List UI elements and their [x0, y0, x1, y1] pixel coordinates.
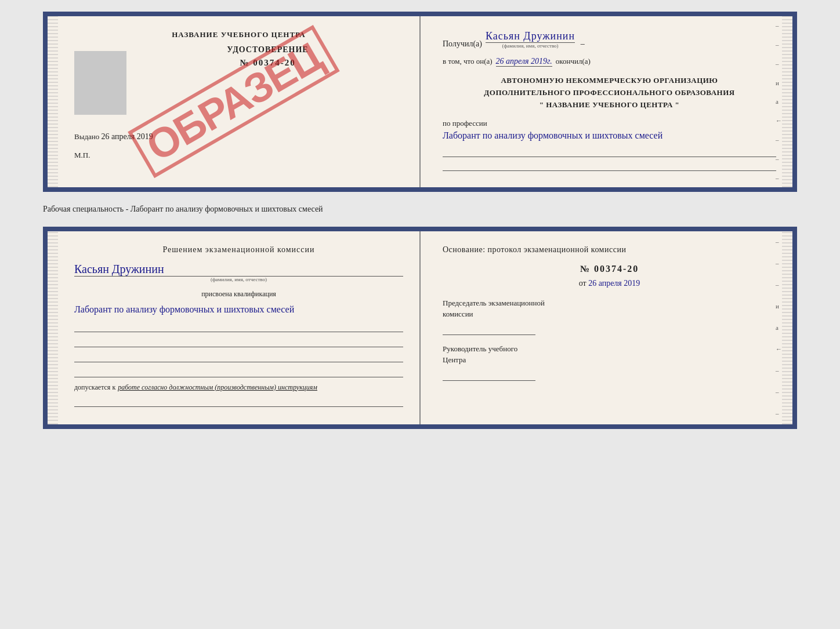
bottom-name-container: Касьян Дружинин (фамилия, имя, отчество) [74, 263, 403, 282]
допускается-prefix: допускается к [74, 383, 115, 392]
underline1 [443, 146, 776, 157]
top-left-title: НАЗВАНИЕ УЧЕБНОГО ЦЕНТРА [64, 30, 403, 39]
cert-label: УДОСТОВЕРЕНИЕ [132, 45, 403, 54]
received-dash: – [578, 39, 585, 49]
received-sublabel: (фамилия, имя, отчество) [486, 42, 575, 49]
top-left-panel: НАЗВАНИЕ УЧЕБНОГО ЦЕНТРА УДОСТОВЕРЕНИЕ №… [48, 16, 421, 187]
cert-issued: Выдано 26 апреля 2019 [64, 132, 403, 141]
bottom-name-handwritten: Касьян Дружинин [74, 263, 164, 275]
vtom-prefix: в том, что он(а) [443, 57, 493, 66]
vtom-date: 26 апреля 2019г. [496, 57, 552, 67]
руководитель-line2: Центра [443, 354, 776, 366]
vtom-suffix: окончил(а) [556, 57, 591, 66]
bottom-name-sublabel: (фамилия, имя, отчество) [74, 276, 403, 282]
underline2 [443, 159, 776, 171]
certificate-block: УДОСТОВЕРЕНИЕ № 00374-20 [64, 45, 403, 115]
руководитель-line1: Руководитель учебного [443, 343, 776, 355]
top-right-panel: Получил(а) Касьян Дружинин (фамилия, имя… [421, 16, 792, 187]
org-line3: " НАЗВАНИЕ УЧЕБНОГО ЦЕНТРА " [443, 99, 776, 111]
chairman-signature-line [443, 322, 535, 335]
qualification-label-container: присвоена квалификация [74, 288, 403, 299]
cert-text: УДОСТОВЕРЕНИЕ № 00374-20 [132, 45, 403, 115]
protocol-date: от 26 апреля 2019 [443, 279, 776, 288]
chairman-line1: Председатель экзаменационной [443, 297, 776, 309]
bottom-left-content: Решением экзаменационной комиссии Касьян… [64, 245, 403, 407]
resolution-title: Решением экзаменационной комиссии [74, 245, 403, 254]
bottom-right-panel: Основание: протокол экзаменационной коми… [421, 231, 792, 424]
org-block: АВТОНОМНУЮ НЕКОММЕРЧЕСКУЮ ОРГАНИЗАЦИЮ ДО… [443, 75, 776, 111]
top-right-content: Получил(а) Касьян Дружинин (фамилия, имя… [437, 30, 776, 171]
bottom-document: Решением экзаменационной комиссии Касьян… [43, 227, 797, 429]
received-name: Касьян Дружинин [486, 30, 575, 42]
допускается-text: работе согласно должностным (производств… [118, 383, 317, 392]
received-line: Получил(а) Касьян Дружинин (фамилия, имя… [443, 30, 776, 49]
issued-prefix: Выдано [74, 132, 99, 141]
org-line1: АВТОНОМНУЮ НЕКОММЕРЧЕСКУЮ ОРГАНИЗАЦИЮ [443, 75, 776, 87]
bottom-side-dashes: – – – и а ← – – – [776, 231, 782, 424]
org-line2: ДОПОЛНИТЕЛЬНОГО ПРОФЕССИОНАЛЬНОГО ОБРАЗО… [443, 87, 776, 99]
допускается-line: допускается к работе согласно должностны… [74, 383, 403, 392]
profession-block: по профессии Лаборант по анализу формово… [443, 119, 776, 171]
osnov-title: Основание: протокол экзаменационной коми… [443, 245, 776, 254]
vtom-line: в том, что он(а) 26 апреля 2019г. окончи… [443, 57, 776, 67]
protocol-date-value: 26 апреля 2019 [588, 279, 640, 288]
mp-line: М.П. [64, 151, 403, 160]
blank-line3 [74, 351, 403, 362]
руководитель-block: Руководитель учебного Центра [443, 343, 776, 381]
chairman-line2: комиссии [443, 308, 776, 320]
profession-handwritten: Лаборант по анализу формовочных и шихтов… [443, 128, 776, 143]
руководитель-signature-line [443, 368, 535, 381]
issued-date: 26 апреля 2019 [102, 132, 153, 141]
blank-line4 [74, 366, 403, 377]
profession-label: по профессии [443, 119, 487, 128]
chairman-block: Председатель экзаменационной комиссии [443, 297, 776, 335]
protocol-number: № 00374-20 [443, 264, 776, 274]
separator-text: Рабочая специальность - Лаборант по анал… [43, 202, 797, 216]
blank-line2 [74, 336, 403, 347]
top-document: НАЗВАНИЕ УЧЕБНОГО ЦЕНТРА УДОСТОВЕРЕНИЕ №… [43, 12, 797, 192]
side-dashes: – – – и а ← – – – [776, 16, 782, 187]
qualification-label: присвоена квалификация [201, 290, 276, 298]
blank-line5 [74, 395, 403, 407]
bottom-left-panel: Решением экзаменационной комиссии Касьян… [48, 231, 421, 424]
protocol-date-prefix: от [579, 279, 586, 288]
bottom-right-content: Основание: протокол экзаменационной коми… [437, 245, 776, 381]
photo-placeholder [74, 51, 126, 115]
received-prefix: Получил(а) [443, 39, 482, 49]
qualification-handwritten: Лаборант по анализу формовочных и шихтов… [74, 302, 403, 317]
cert-number: № 00374-20 [132, 58, 403, 68]
blank-line1 [74, 321, 403, 332]
